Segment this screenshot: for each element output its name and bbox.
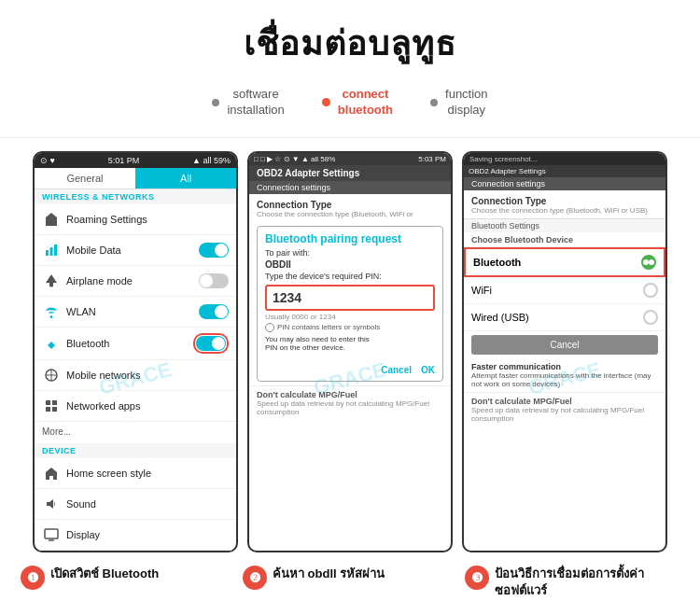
display-label: Display: [66, 529, 229, 540]
instr-text-1: เปิดสวิตช์ Bluetooth: [50, 566, 159, 582]
svg-rect-8: [45, 529, 58, 538]
bluetooth-label: Bluetooth: [66, 338, 188, 349]
step-label-2: connectbluetooth: [338, 87, 393, 119]
row-display: Display: [35, 520, 236, 551]
step-label-1: softwareinstallation: [227, 87, 284, 119]
phone2-bottom-desc: Speed up data retrieval by not calculati…: [257, 399, 443, 416]
instr-item-3: ❸ ป้อนวิธีการเชื่อมต่อการตั้งค่าซอฟต์แวร…: [465, 566, 679, 599]
tab-general[interactable]: General: [35, 168, 135, 189]
phone3-conn-type-title: Connection Type: [471, 196, 658, 206]
step-item-2: connectbluetooth: [322, 87, 393, 119]
row-mobile-data: Mobile Data: [35, 235, 236, 266]
phone1-time-left: ⊙ ♥: [40, 156, 55, 165]
bluetooth-toggle-wrapper: [193, 333, 229, 354]
bt-option-bluetooth[interactable]: Bluetooth: [464, 247, 665, 277]
header: เชื่อมต่อบลูทูธ softwareinstallation con…: [0, 0, 700, 138]
phone2-bottom-title: Don't calculate MPG/Fuel: [257, 390, 443, 399]
bt-wired-label: Wired (USB): [471, 312, 643, 323]
bt-choose-section: Choose Bluetooth Device Bluetooth WiFi: [464, 232, 665, 331]
phone2-time: 5:03 PM: [418, 155, 446, 163]
pairing-note: You may also need to enter thisPIN on th…: [265, 335, 435, 352]
pairing-title: Bluetooth pairing request: [258, 227, 442, 248]
step-dot-2: [322, 98, 330, 106]
mobile-networks-label: Mobile networks: [66, 370, 229, 381]
home-icon: [42, 464, 61, 482]
mobile-data-label: Mobile Data: [66, 245, 193, 256]
tab-all[interactable]: All: [135, 168, 236, 189]
row-mobile-networks: Mobile networks: [35, 360, 236, 391]
cancel-button[interactable]: Cancel: [381, 365, 412, 375]
phone2-conn-type-desc: Choose the connection type (Bluetooth, W…: [257, 210, 443, 218]
bluetooth-toggle[interactable]: [196, 336, 226, 351]
svg-rect-7: [52, 407, 57, 412]
instructions-row: ❶ เปิดสวิตช์ Bluetooth ❷ ค้นหา obdll รหั…: [11, 566, 689, 599]
pin-input[interactable]: 1234: [265, 285, 435, 311]
bluetooth-icon: [42, 334, 61, 353]
pin-checkbox-label: PIN contains letters or symbols: [277, 323, 380, 331]
wlan-label: WLAN: [66, 306, 193, 317]
faster-comm-desc: Attempt faster communications with the i…: [471, 371, 658, 388]
bt-bluetooth-label: Bluetooth: [473, 257, 641, 268]
pairing-buttons: Cancel OK: [258, 361, 442, 381]
main-content: ⊙ ♥ 5:01 PM ▲ all 59% General All WIRELE…: [0, 138, 700, 608]
pin-radio[interactable]: [265, 323, 274, 332]
display-icon: [42, 525, 61, 544]
step-dot-3: [430, 99, 438, 106]
wlan-icon: [42, 302, 61, 321]
airplane-label: Airplane mode: [66, 275, 193, 287]
bt-wifi-radio[interactable]: [643, 283, 658, 298]
phone1-status-bar: ⊙ ♥ 5:01 PM ▲ all 59%: [35, 153, 236, 168]
bt-choose-title: Choose Bluetooth Device: [464, 232, 665, 247]
ok-button[interactable]: OK: [421, 365, 435, 375]
steps-nav: softwareinstallation connectbluetooth fu…: [9, 81, 691, 128]
section-device: DEVICE: [35, 443, 236, 458]
pair-with-label: To pair with:: [265, 248, 435, 258]
more-label[interactable]: More...: [35, 422, 236, 441]
roaming-label: Roaming Settings: [66, 214, 229, 225]
row-networked-apps: Networked apps: [35, 391, 236, 422]
phone2-conn-type: Connection Type Choose the connection ty…: [249, 194, 451, 222]
row-airplane: Airplane mode: [35, 266, 236, 297]
networked-apps-icon: [42, 397, 61, 415]
phone-3: Saving screenshot... OBD2 Adapter Settin…: [462, 151, 667, 552]
faster-comm: Faster communication Attempt faster comm…: [464, 358, 665, 392]
main-title: เชื่อมต่อบลูทูธ: [9, 17, 691, 70]
bt-option-wired[interactable]: Wired (USB): [464, 304, 665, 331]
airplane-toggle[interactable]: [199, 273, 229, 288]
airplane-icon: [42, 272, 61, 290]
step-label-3: functiondisplay: [445, 87, 488, 119]
bt-wired-radio[interactable]: [643, 310, 658, 325]
wlan-toggle[interactable]: [199, 304, 229, 319]
row-home-screen: Home screen style: [35, 458, 236, 489]
phone2-conn-settings-label: Connection settings: [249, 181, 451, 194]
phone-1: ⊙ ♥ 5:01 PM ▲ all 59% General All WIRELE…: [33, 151, 238, 552]
home-label: Home screen style: [66, 468, 229, 479]
mobile-data-icon: [42, 241, 61, 259]
instr-number-3: ❸: [465, 566, 489, 590]
phone2-status-bar: □ □ ▶ ☆ ⊙ ▼ ▲ all 58% 5:03 PM: [249, 153, 451, 165]
svg-rect-1: [50, 247, 53, 256]
phone-2: □ □ ▶ ☆ ⊙ ▼ ▲ all 58% 5:03 PM OBD2 Adapt…: [247, 151, 453, 552]
phone2-bottom: Don't calculate MPG/Fuel Speed up data r…: [249, 385, 451, 420]
mobile-data-toggle[interactable]: [199, 243, 229, 258]
svg-rect-2: [54, 245, 57, 256]
phone3-bt-settings: Bluetooth Settings: [464, 218, 665, 232]
mobile-networks-icon: [42, 366, 61, 384]
row-roaming: Roaming Settings: [35, 204, 236, 235]
row-sound: Sound: [35, 489, 236, 520]
instr-number-1: ❶: [21, 566, 45, 590]
saving-text: Saving screenshot...: [469, 155, 537, 163]
phone2-conn-type-title: Connection Type: [257, 200, 443, 210]
instr-text-3: ป้อนวิธีการเชื่อมต่อการตั้งค่าซอฟต์แวร์: [495, 566, 679, 599]
phone3-cancel-button[interactable]: Cancel: [471, 335, 658, 355]
phone3-bottom-desc: Speed up data retrieval by not calculati…: [471, 406, 658, 423]
sound-icon: [42, 495, 61, 513]
device-name: OBDII: [265, 259, 435, 270]
pin-checkbox: PIN contains letters or symbols: [265, 323, 435, 332]
step-dot-1: [212, 99, 219, 106]
phone3-bottom: Don't calculate MPG/Fuel Speed up data r…: [464, 392, 665, 426]
bt-option-wifi[interactable]: WiFi: [464, 277, 665, 304]
phone2-obd-title: OBD2 Adapter Settings: [249, 165, 451, 181]
bt-bluetooth-radio[interactable]: [641, 255, 656, 270]
pin-hint: Usually 0000 or 1234: [265, 313, 435, 321]
